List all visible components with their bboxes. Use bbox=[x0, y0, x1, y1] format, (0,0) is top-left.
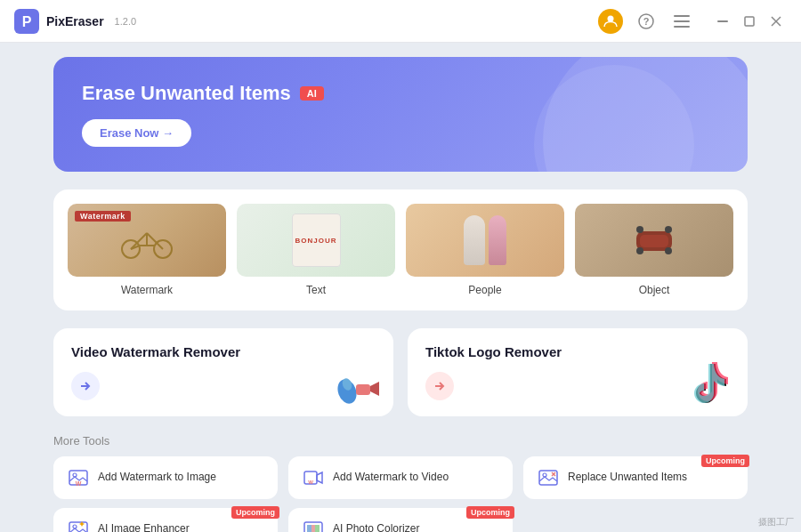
bonjour-bag: BONJOUR bbox=[292, 214, 341, 267]
svg-point-21 bbox=[636, 226, 643, 233]
add-watermark-video-label: Add Watermark to Video bbox=[333, 471, 449, 485]
svg-point-22 bbox=[665, 226, 672, 233]
category-card-object[interactable]: Object bbox=[575, 204, 733, 296]
category-card-people[interactable]: People bbox=[406, 204, 564, 296]
ai-colorizer-icon bbox=[301, 517, 326, 532]
add-watermark-image-label: Add Watermark to Image bbox=[98, 471, 216, 485]
help-icon[interactable]: ? bbox=[634, 9, 659, 34]
upcoming-badge-colorizer: Upcoming bbox=[466, 506, 514, 519]
video-watermark-icon bbox=[335, 372, 379, 407]
hero-banner: Erase Unwanted Items AI Erase Now → bbox=[53, 57, 748, 172]
svg-text:?: ? bbox=[643, 16, 650, 27]
svg-rect-28 bbox=[356, 384, 370, 395]
tiktok-arrow[interactable] bbox=[425, 372, 454, 400]
person-figure-1 bbox=[464, 215, 485, 265]
svg-marker-35 bbox=[317, 472, 322, 483]
category-label-text: Text bbox=[237, 284, 395, 296]
add-watermark-image-item[interactable]: W Add Watermark to Image bbox=[53, 456, 278, 499]
person-figure-2 bbox=[489, 215, 506, 265]
svg-rect-47 bbox=[315, 525, 320, 532]
upcoming-badge-enhancer: Upcoming bbox=[231, 506, 279, 519]
app-name: PixEraser bbox=[46, 14, 104, 28]
main-content: Erase Unwanted Items AI Erase Now → Wate… bbox=[0, 43, 801, 532]
text-preview: BONJOUR bbox=[237, 204, 395, 277]
tiktok-title: Tiktok Logo Remover bbox=[425, 344, 730, 359]
bonjour-text: BONJOUR bbox=[295, 237, 336, 245]
more-tools-label: More Tools bbox=[53, 434, 748, 447]
upcoming-badge-replace: Upcoming bbox=[701, 455, 749, 467]
category-card-watermark[interactable]: Watermark Watermark bbox=[68, 204, 226, 296]
more-tools-section: More Tools W Add Watermark to Image bbox=[53, 434, 748, 532]
replace-items-label: Replace Unwanted Items bbox=[568, 471, 687, 485]
watermark-preview: Watermark bbox=[68, 204, 226, 277]
svg-point-24 bbox=[665, 247, 672, 254]
ai-enhancer-icon bbox=[66, 517, 91, 532]
svg-rect-45 bbox=[307, 525, 312, 532]
car-top-icon bbox=[627, 222, 681, 258]
window-controls bbox=[712, 11, 787, 32]
category-section: Watermark Watermark bbox=[53, 189, 748, 310]
replace-items-item[interactable]: Upcoming Replace Unwanted Items bbox=[523, 456, 748, 499]
watermark-image-icon: W bbox=[66, 465, 91, 490]
video-watermark-title: Video Watermark Remover bbox=[71, 344, 376, 359]
ai-colorizer-label: AI Photo Colorizer bbox=[333, 522, 419, 532]
svg-text:P: P bbox=[22, 14, 32, 29]
video-watermark-remover-card[interactable]: Video Watermark Remover bbox=[53, 328, 393, 416]
ai-badge: AI bbox=[300, 86, 324, 101]
titlebar-right: ? bbox=[598, 9, 787, 34]
replace-items-icon bbox=[536, 465, 561, 490]
tiktok-remover-card[interactable]: Tiktok Logo Remover bbox=[408, 328, 748, 416]
object-preview bbox=[575, 204, 733, 277]
watermark-video-icon: W bbox=[301, 465, 326, 490]
app-version: 1.2.0 bbox=[115, 16, 136, 27]
category-card-text[interactable]: BONJOUR Text bbox=[237, 204, 395, 296]
tiktok-logo-icon bbox=[689, 359, 733, 404]
minimize-button[interactable] bbox=[712, 11, 733, 32]
tiktok-icon-area bbox=[689, 359, 733, 407]
people-preview bbox=[406, 204, 564, 277]
category-label-object: Object bbox=[575, 284, 733, 296]
category-img-watermark: Watermark bbox=[68, 204, 226, 277]
category-label-watermark: Watermark bbox=[68, 284, 226, 296]
video-icon-area bbox=[335, 372, 379, 407]
svg-rect-5 bbox=[674, 15, 690, 17]
more-tools-grid: W Add Watermark to Image W Add Watermark… bbox=[53, 456, 748, 499]
svg-rect-20 bbox=[640, 235, 668, 247]
add-watermark-video-item[interactable]: W Add Watermark to Video bbox=[288, 456, 513, 499]
video-watermark-arrow[interactable] bbox=[71, 372, 100, 400]
category-img-text: BONJOUR bbox=[237, 204, 395, 277]
svg-point-2 bbox=[608, 15, 614, 21]
svg-text:W: W bbox=[308, 480, 313, 485]
bike-icon bbox=[120, 221, 174, 261]
maximize-button[interactable] bbox=[739, 11, 760, 32]
ai-image-enhancer-item[interactable]: Upcoming AI Image Enhancer bbox=[53, 508, 278, 532]
menu-icon[interactable] bbox=[669, 9, 694, 34]
erase-now-button[interactable]: Erase Now → bbox=[82, 119, 191, 147]
more-tools-grid-2: Upcoming AI Image Enhancer Upcoming bbox=[53, 508, 748, 532]
app-logo-icon: P bbox=[14, 9, 39, 34]
svg-marker-29 bbox=[370, 382, 379, 396]
svg-point-23 bbox=[636, 247, 643, 254]
category-img-object bbox=[575, 204, 733, 277]
category-img-people bbox=[406, 204, 564, 277]
svg-rect-46 bbox=[312, 525, 315, 532]
svg-rect-8 bbox=[717, 20, 728, 22]
hero-title: Erase Unwanted Items AI bbox=[82, 82, 719, 105]
category-label-people: People bbox=[406, 284, 564, 296]
ai-enhancer-label: AI Image Enhancer bbox=[98, 522, 190, 532]
bottom-watermark-text: 摄图工厂 bbox=[758, 516, 794, 528]
svg-rect-7 bbox=[674, 26, 690, 28]
svg-text:W: W bbox=[76, 480, 82, 487]
ai-photo-colorizer-item[interactable]: Upcoming AI Photo Colorizer bbox=[288, 508, 513, 532]
svg-rect-6 bbox=[674, 20, 690, 22]
tool-cards-row: Video Watermark Remover bbox=[53, 328, 748, 416]
user-icon[interactable] bbox=[598, 9, 623, 34]
hero-title-text: Erase Unwanted Items bbox=[82, 82, 291, 105]
close-button[interactable] bbox=[765, 11, 787, 32]
app-logo: P PixEraser 1.2.0 bbox=[14, 9, 136, 34]
titlebar: P PixEraser 1.2.0 ? bbox=[0, 0, 801, 43]
svg-rect-9 bbox=[745, 17, 754, 26]
